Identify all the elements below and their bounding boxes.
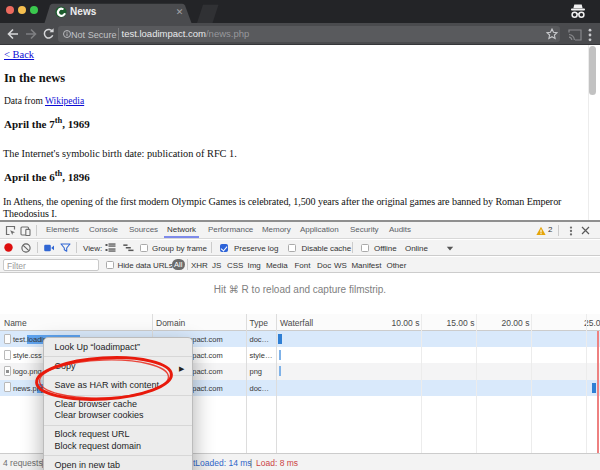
- wikipedia-link[interactable]: Wikipedia: [45, 96, 84, 106]
- capture-screenshots-icon[interactable]: [44, 244, 54, 252]
- back-link[interactable]: < Back: [4, 49, 34, 60]
- request-type: doc…: [250, 384, 270, 393]
- tab-sources[interactable]: Sources: [129, 222, 158, 238]
- request-name: news.php: [13, 384, 45, 393]
- warning-icon[interactable]: [536, 226, 546, 236]
- menu-separator: [44, 425, 192, 426]
- omnibox-separator: [118, 28, 119, 40]
- view-list-icon[interactable]: [105, 243, 116, 252]
- filter-type-doc[interactable]: Doc: [317, 261, 331, 270]
- submenu-arrow-icon: ▶: [179, 363, 184, 374]
- filter-input[interactable]: Filter: [3, 259, 99, 272]
- menu-item-block-domain[interactable]: Block request domain: [44, 441, 192, 452]
- menu-item-clear-cache[interactable]: Clear browser cache: [44, 399, 192, 410]
- devtools-menu-dots-icon[interactable]: [568, 226, 574, 236]
- page-scrollbar-thumb[interactable]: [589, 46, 596, 95]
- filter-all-pill[interactable]: All: [172, 259, 185, 271]
- offline-label: Offline: [374, 244, 397, 253]
- address-bar[interactable]: Not Secure test.loadimpact.com/news.php: [58, 26, 560, 43]
- timeline-gridline: [476, 314, 477, 454]
- url-text: test.loadimpact.com/news.php: [122, 29, 250, 39]
- menu-item-look-up[interactable]: Look Up “loadimpact”: [44, 342, 192, 353]
- devtools-close-icon[interactable]: [581, 226, 590, 235]
- tab-performance[interactable]: Performance: [208, 222, 253, 238]
- filter-type-font[interactable]: Font: [295, 261, 311, 270]
- entry2-date-tail: , 1896: [62, 171, 90, 183]
- request-name: style.css: [13, 351, 42, 360]
- info-icon[interactable]: [63, 30, 71, 38]
- reload-button[interactable]: [41, 26, 56, 42]
- reload-hint: Hit ⌘ R to reload and capture filmstrip.: [0, 273, 600, 313]
- waterfall-bar[interactable]: [279, 366, 281, 376]
- tab-memory[interactable]: Memory: [262, 222, 291, 238]
- requests-count: 4 requests: [3, 458, 43, 468]
- request-name: logo.png: [13, 367, 42, 376]
- menu-item-block-url[interactable]: Block request URL: [44, 429, 192, 440]
- menu-item-clear-cookies[interactable]: Clear browser cookies: [44, 410, 192, 421]
- active-tab-shape[interactable]: [0, 0, 240, 23]
- column-divider[interactable]: [276, 314, 277, 454]
- waterfall-bar[interactable]: [279, 350, 281, 360]
- preserve-log-checkbox[interactable]: [220, 244, 228, 252]
- filter-icon[interactable]: [60, 243, 71, 253]
- toolbar-separator: [187, 259, 188, 270]
- toolbar-separator: [558, 225, 559, 236]
- tab-security[interactable]: Security: [350, 222, 379, 238]
- filter-type-ws[interactable]: WS: [334, 261, 347, 270]
- page-title: In the news: [4, 71, 65, 86]
- filter-type-other[interactable]: Other: [387, 261, 407, 270]
- inspect-element-icon[interactable]: [5, 225, 16, 236]
- view-label: View:: [83, 244, 102, 253]
- column-domain[interactable]: Domain: [156, 318, 185, 328]
- column-name[interactable]: Name: [4, 318, 27, 328]
- throttling-select[interactable]: Online: [405, 244, 428, 253]
- column-waterfall[interactable]: Waterfall: [280, 318, 313, 328]
- group-by-frame-checkbox[interactable]: [140, 244, 148, 252]
- menu-item-save-har[interactable]: Save as HAR with content: [44, 380, 192, 391]
- forward-button[interactable]: [24, 26, 38, 42]
- filter-type-css[interactable]: CSS: [227, 261, 243, 270]
- timeline-gridline: [421, 314, 422, 454]
- filter-type-img[interactable]: Img: [248, 261, 261, 270]
- tab-application[interactable]: Application: [300, 222, 339, 238]
- device-toolbar-icon[interactable]: [20, 225, 31, 236]
- filter-toolbar: Filter Hide data URLs All XHR JS CSS Img…: [0, 257, 600, 273]
- table-header: Name Domain Type Waterfall 10.00 s 15.00…: [0, 314, 600, 331]
- new-tab-button[interactable]: [197, 5, 219, 23]
- waterfall-bar[interactable]: [278, 334, 283, 344]
- menu-item-copy-label: Copy: [55, 361, 76, 371]
- column-divider[interactable]: [246, 314, 247, 454]
- back-button[interactable]: [6, 26, 20, 42]
- disable-cache-checkbox[interactable]: [288, 244, 296, 252]
- column-type[interactable]: Type: [250, 318, 268, 328]
- view-waterfall-icon[interactable]: [123, 244, 134, 252]
- time-label-15s: 15.00 s: [447, 318, 475, 328]
- tab-elements[interactable]: Elements: [46, 222, 79, 238]
- tab-close-icon[interactable]: ✕: [173, 6, 186, 19]
- filter-type-js[interactable]: JS: [212, 261, 221, 270]
- warning-count[interactable]: 2: [548, 222, 552, 238]
- waterfall-bar[interactable]: [592, 383, 596, 393]
- entry2-date-main: April the 6: [4, 171, 55, 183]
- hide-data-urls-checkbox[interactable]: [106, 261, 114, 269]
- cast-icon[interactable]: [568, 29, 582, 41]
- request-type: png: [250, 367, 263, 376]
- filter-type-xhr[interactable]: XHR: [191, 261, 208, 270]
- record-icon[interactable]: [4, 243, 13, 252]
- filter-type-manifest[interactable]: Manifest: [352, 261, 382, 270]
- time-label-10s: 10.00 s: [392, 318, 420, 328]
- bookmark-star-icon[interactable]: [546, 28, 558, 40]
- menu-dots-icon[interactable]: [586, 28, 594, 42]
- clear-icon[interactable]: [21, 243, 31, 253]
- devtools-tabbar: Elements Console Sources Network Perform…: [0, 222, 600, 239]
- request-type: style…: [250, 351, 273, 360]
- toolbar-separator: [76, 242, 77, 253]
- offline-checkbox[interactable]: [361, 244, 369, 252]
- document-file-icon: [4, 382, 11, 392]
- menu-item-copy[interactable]: Copy▶: [44, 361, 192, 372]
- tab-audits[interactable]: Audits: [389, 222, 411, 238]
- filter-type-media[interactable]: Media: [266, 261, 288, 270]
- menu-item-open-new-tab[interactable]: Open in new tab: [44, 460, 192, 470]
- tab-network[interactable]: Network: [164, 222, 199, 238]
- tab-console[interactable]: Console: [89, 222, 118, 238]
